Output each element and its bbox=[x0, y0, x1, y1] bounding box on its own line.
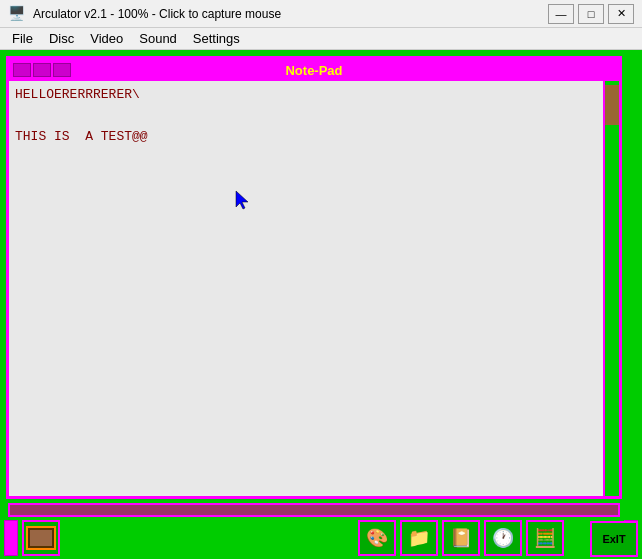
main-window: Note-Pad HELLOERERRRERER\ THIS IS A TEST… bbox=[0, 50, 642, 559]
notepad-scrollbar[interactable] bbox=[603, 81, 619, 496]
status-bar bbox=[8, 503, 620, 517]
close-button[interactable]: ✕ bbox=[608, 4, 634, 24]
maximize-button[interactable]: □ bbox=[578, 4, 604, 24]
calc-icon-box[interactable]: 🧮 bbox=[526, 520, 564, 556]
title-bar-controls: — □ ✕ bbox=[548, 4, 634, 24]
paint-icon-box[interactable]: 🎨 bbox=[358, 520, 396, 556]
notepad-title: Note-Pad bbox=[285, 63, 342, 78]
menu-video[interactable]: Video bbox=[82, 29, 131, 48]
clock-icon: 🕐 bbox=[492, 527, 514, 549]
notepad-content[interactable]: HELLOERERRRERER\ THIS IS A TEST@@ bbox=[9, 81, 619, 496]
paint-icon: 🎨 bbox=[366, 527, 388, 549]
scrollbar-thumb bbox=[605, 85, 619, 125]
screen-icon-box[interactable] bbox=[22, 520, 60, 556]
clock-icon-box[interactable]: 🕐 bbox=[484, 520, 522, 556]
title-bar-left: 🖥️ Arculator v2.1 - 100% - Click to capt… bbox=[8, 5, 281, 22]
menu-sound[interactable]: Sound bbox=[131, 29, 185, 48]
icons-right-group: 🎨 📁 📔 🕐 🧮 bbox=[358, 520, 564, 556]
diary-icon-box[interactable]: 📔 bbox=[442, 520, 480, 556]
minimize-button[interactable]: — bbox=[548, 4, 574, 24]
title-bar: 🖥️ Arculator v2.1 - 100% - Click to capt… bbox=[0, 0, 642, 28]
menu-bar: File Disc Video Sound Settings bbox=[0, 28, 642, 50]
folder-icon-box[interactable]: 📁 bbox=[400, 520, 438, 556]
notepad-text-content: HELLOERERRRERER\ THIS IS A TEST@@ bbox=[15, 85, 613, 147]
folder-icon: 📁 bbox=[408, 527, 430, 549]
menu-file[interactable]: File bbox=[4, 29, 41, 48]
exit-button[interactable]: ExIT bbox=[590, 521, 638, 557]
menu-settings[interactable]: Settings bbox=[185, 29, 248, 48]
menu-disc[interactable]: Disc bbox=[41, 29, 82, 48]
app-icon: 🖥️ bbox=[8, 5, 25, 22]
window-title: Arculator v2.1 - 100% - Click to capture… bbox=[33, 7, 281, 21]
notepad-btn-2[interactable] bbox=[33, 63, 51, 77]
notepad-title-buttons bbox=[13, 63, 71, 77]
notepad-btn-3[interactable] bbox=[53, 63, 71, 77]
notepad-window: Note-Pad HELLOERERRRERER\ THIS IS A TEST… bbox=[6, 56, 622, 499]
left-nav-icon[interactable] bbox=[4, 520, 18, 556]
svg-marker-0 bbox=[236, 191, 248, 209]
calc-icon: 🧮 bbox=[534, 527, 556, 549]
notepad-titlebar: Note-Pad bbox=[9, 59, 619, 81]
bottom-icons: 🎨 📁 📔 🕐 🧮 bbox=[0, 519, 642, 557]
diary-icon: 📔 bbox=[450, 527, 472, 549]
notepad-btn-1[interactable] bbox=[13, 63, 31, 77]
